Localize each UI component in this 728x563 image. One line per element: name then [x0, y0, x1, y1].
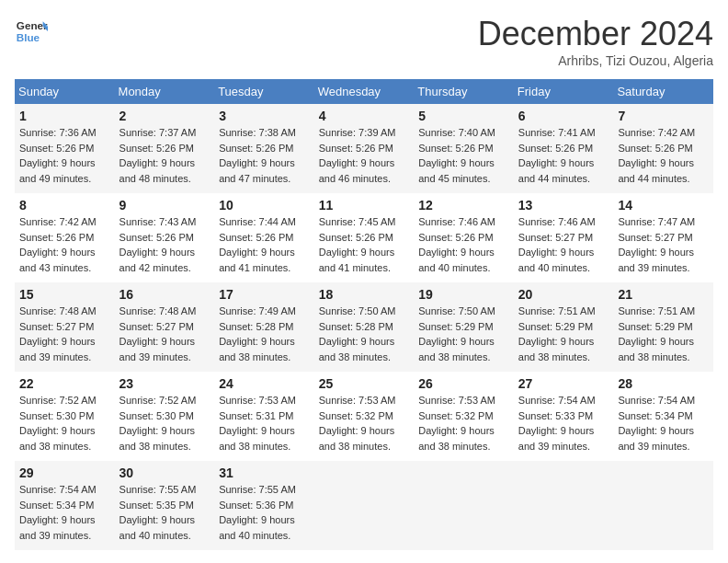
day-cell: 6 Sunrise: 7:41 AM Sunset: 5:26 PM Dayli…	[514, 104, 614, 193]
week-row-5: 29 Sunrise: 7:54 AM Sunset: 5:34 PM Dayl…	[15, 461, 713, 550]
sunset-label: Sunset: 5:26 PM	[618, 143, 692, 154]
day-info: Sunrise: 7:52 AM Sunset: 5:30 PM Dayligh…	[119, 393, 210, 454]
day-cell: 14 Sunrise: 7:47 AM Sunset: 5:27 PM Dayl…	[613, 193, 713, 282]
day-number: 23	[119, 376, 210, 391]
day-cell: 3 Sunrise: 7:38 AM Sunset: 5:26 PM Dayli…	[214, 104, 314, 193]
col-header-tuesday: Tuesday	[214, 79, 314, 104]
sunset-label: Sunset: 5:27 PM	[119, 321, 194, 332]
day-cell: 8 Sunrise: 7:42 AM Sunset: 5:26 PM Dayli…	[15, 193, 115, 282]
daylight-label: Daylight: 9 hours	[119, 425, 196, 436]
daylight-minutes: and 38 minutes.	[518, 351, 590, 362]
sunset-label: Sunset: 5:26 PM	[319, 232, 393, 243]
day-info: Sunrise: 7:37 AM Sunset: 5:26 PM Dayligh…	[119, 125, 210, 186]
daylight-minutes: and 42 minutes.	[119, 262, 191, 273]
day-number: 14	[618, 198, 709, 213]
daylight-minutes: and 39 minutes.	[19, 530, 91, 541]
daylight-minutes: and 38 minutes.	[119, 441, 191, 452]
daylight-label: Daylight: 9 hours	[19, 425, 96, 436]
day-number: 1	[19, 109, 110, 123]
day-cell: 13 Sunrise: 7:46 AM Sunset: 5:27 PM Dayl…	[514, 193, 614, 282]
day-number: 13	[518, 198, 609, 213]
day-info: Sunrise: 7:46 AM Sunset: 5:27 PM Dayligh…	[518, 214, 609, 275]
sunset-label: Sunset: 5:34 PM	[618, 410, 692, 421]
daylight-minutes: and 41 minutes.	[319, 262, 391, 273]
day-cell: 11 Sunrise: 7:45 AM Sunset: 5:26 PM Dayl…	[314, 193, 415, 282]
daylight-label: Daylight: 9 hours	[618, 247, 694, 258]
sunset-label: Sunset: 5:26 PM	[518, 143, 593, 154]
daylight-label: Daylight: 9 hours	[19, 336, 96, 347]
daylight-label: Daylight: 9 hours	[119, 157, 196, 168]
day-number: 2	[119, 109, 210, 123]
day-info: Sunrise: 7:40 AM Sunset: 5:26 PM Dayligh…	[418, 125, 509, 186]
daylight-minutes: and 38 minutes.	[19, 441, 91, 452]
day-cell: 9 Sunrise: 7:43 AM Sunset: 5:26 PM Dayli…	[115, 193, 215, 282]
sunrise-label: Sunrise: 7:53 AM	[219, 395, 296, 406]
day-number: 28	[618, 376, 709, 391]
sunset-label: Sunset: 5:26 PM	[119, 232, 194, 243]
daylight-minutes: and 45 minutes.	[418, 173, 490, 184]
sunset-label: Sunset: 5:26 PM	[418, 143, 493, 154]
daylight-minutes: and 46 minutes.	[319, 173, 391, 184]
day-number: 30	[119, 465, 210, 480]
day-info: Sunrise: 7:47 AM Sunset: 5:27 PM Dayligh…	[618, 214, 709, 275]
sunrise-label: Sunrise: 7:39 AM	[319, 127, 396, 138]
daylight-minutes: and 38 minutes.	[618, 351, 689, 362]
day-cell: 15 Sunrise: 7:48 AM Sunset: 5:27 PM Dayl…	[15, 282, 115, 372]
sunrise-label: Sunrise: 7:43 AM	[119, 216, 197, 227]
day-info: Sunrise: 7:54 AM Sunset: 5:34 PM Dayligh…	[19, 482, 110, 543]
sunset-label: Sunset: 5:28 PM	[219, 321, 293, 332]
day-cell: 24 Sunrise: 7:53 AM Sunset: 5:31 PM Dayl…	[214, 372, 314, 461]
day-number: 12	[418, 198, 509, 213]
day-number: 4	[319, 109, 410, 123]
day-info: Sunrise: 7:39 AM Sunset: 5:26 PM Dayligh…	[319, 125, 410, 186]
sunrise-label: Sunrise: 7:46 AM	[418, 216, 495, 227]
sunset-label: Sunset: 5:32 PM	[418, 410, 493, 421]
sunset-label: Sunset: 5:29 PM	[418, 321, 493, 332]
sunrise-label: Sunrise: 7:52 AM	[19, 395, 97, 406]
day-info: Sunrise: 7:38 AM Sunset: 5:26 PM Dayligh…	[219, 125, 310, 186]
week-row-2: 8 Sunrise: 7:42 AM Sunset: 5:26 PM Dayli…	[15, 193, 713, 282]
day-cell: 10 Sunrise: 7:44 AM Sunset: 5:26 PM Dayl…	[214, 193, 314, 282]
day-number: 29	[19, 465, 110, 480]
sunset-label: Sunset: 5:28 PM	[319, 321, 393, 332]
sunset-label: Sunset: 5:27 PM	[19, 321, 94, 332]
daylight-minutes: and 39 minutes.	[618, 441, 689, 452]
day-info: Sunrise: 7:53 AM Sunset: 5:32 PM Dayligh…	[418, 393, 509, 454]
sunrise-label: Sunrise: 7:54 AM	[19, 484, 97, 495]
daylight-minutes: and 40 minutes.	[518, 262, 590, 273]
sunset-label: Sunset: 5:31 PM	[219, 410, 293, 421]
daylight-label: Daylight: 9 hours	[418, 157, 495, 168]
day-info: Sunrise: 7:53 AM Sunset: 5:31 PM Dayligh…	[219, 393, 310, 454]
sunset-label: Sunset: 5:32 PM	[319, 410, 393, 421]
svg-text:Blue: Blue	[17, 31, 40, 43]
daylight-label: Daylight: 9 hours	[418, 247, 495, 258]
sunset-label: Sunset: 5:27 PM	[618, 232, 692, 243]
daylight-minutes: and 38 minutes.	[219, 351, 290, 362]
day-cell: 22 Sunrise: 7:52 AM Sunset: 5:30 PM Dayl…	[15, 372, 115, 461]
sunrise-label: Sunrise: 7:54 AM	[618, 395, 695, 406]
daylight-label: Daylight: 9 hours	[618, 336, 694, 347]
day-cell: 26 Sunrise: 7:53 AM Sunset: 5:32 PM Dayl…	[414, 372, 514, 461]
daylight-label: Daylight: 9 hours	[219, 247, 295, 258]
col-header-friday: Friday	[514, 79, 614, 104]
day-cell: 7 Sunrise: 7:42 AM Sunset: 5:26 PM Dayli…	[613, 104, 713, 193]
day-number: 9	[119, 198, 210, 213]
calendar-table: SundayMondayTuesdayWednesdayThursdayFrid…	[15, 79, 713, 550]
week-row-1: 1 Sunrise: 7:36 AM Sunset: 5:26 PM Dayli…	[15, 104, 713, 193]
sunrise-label: Sunrise: 7:54 AM	[518, 395, 596, 406]
day-info: Sunrise: 7:54 AM Sunset: 5:34 PM Dayligh…	[618, 393, 709, 454]
sunrise-label: Sunrise: 7:48 AM	[19, 305, 97, 316]
sunrise-label: Sunrise: 7:50 AM	[319, 305, 396, 316]
day-number: 19	[418, 287, 509, 302]
daylight-minutes: and 38 minutes.	[418, 351, 490, 362]
sunrise-label: Sunrise: 7:36 AM	[19, 127, 97, 138]
sunrise-label: Sunrise: 7:40 AM	[418, 127, 495, 138]
sunrise-label: Sunrise: 7:38 AM	[219, 127, 296, 138]
sunrise-label: Sunrise: 7:53 AM	[418, 395, 495, 406]
day-number: 26	[418, 376, 509, 391]
day-number: 3	[219, 109, 310, 123]
daylight-label: Daylight: 9 hours	[19, 514, 96, 525]
day-number: 15	[19, 287, 110, 302]
page-header: General Blue December 2024 Arhribs, Tizi…	[15, 15, 713, 68]
daylight-minutes: and 38 minutes.	[418, 441, 490, 452]
